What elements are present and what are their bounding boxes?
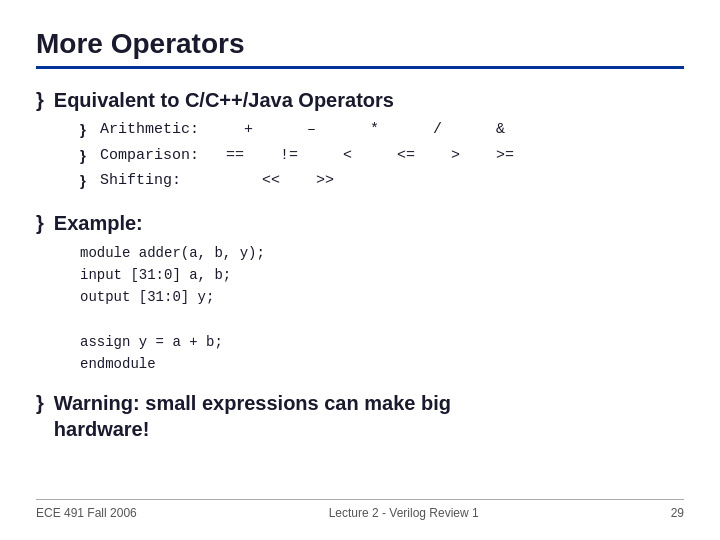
sub-bullet-symbol-3: } xyxy=(80,170,92,193)
slide-footer: ECE 491 Fall 2006 Lecture 2 - Verilog Re… xyxy=(36,499,684,520)
code-line-6: endmodule xyxy=(80,353,684,375)
sub-bullet-symbol-1: } xyxy=(80,119,92,142)
bullet-1-main: } Equivalent to C/C++/Java Operators xyxy=(36,87,684,113)
bullet-2-main: } Example: xyxy=(36,210,684,236)
bullet-3-text: Warning: small expressions can make big … xyxy=(54,390,451,442)
bullet-2-label: Example: xyxy=(54,210,143,236)
sub-bullet-symbol-2: } xyxy=(80,145,92,168)
code-line-1: module adder(a, b, y); xyxy=(80,242,684,264)
sub-bullets-1: } Arithmetic: + – * / & } Comparison: ==… xyxy=(80,119,684,193)
title-underline xyxy=(36,66,684,69)
warning-line-2: hardware! xyxy=(54,416,451,442)
sub-bullet-text-comparison: Comparison: == != < <= > >= xyxy=(100,145,514,168)
code-line-4 xyxy=(80,309,684,331)
bullet-2-symbol: } xyxy=(36,211,44,235)
sub-bullet-shifting: } Shifting: << >> xyxy=(80,170,684,193)
sub-bullet-text-arithmetic: Arithmetic: + – * / & xyxy=(100,119,505,142)
bullet-3-section: } Warning: small expressions can make bi… xyxy=(36,390,684,442)
sub-bullet-text-shifting: Shifting: << >> xyxy=(100,170,334,193)
warning-line-1: Warning: small expressions can make big xyxy=(54,390,451,416)
code-line-3: output [31:0] y; xyxy=(80,286,684,308)
footer-page: 29 xyxy=(671,506,684,520)
slide-title: More Operators xyxy=(36,28,684,60)
sub-bullet-comparison: } Comparison: == != < <= > >= xyxy=(80,145,684,168)
code-line-5: assign y = a + b; xyxy=(80,331,684,353)
bullet-1-symbol: } xyxy=(36,88,44,112)
slide: More Operators } Equivalent to C/C++/Jav… xyxy=(0,0,720,540)
bullet-3-symbol: } xyxy=(36,391,44,415)
bullet-2-section: } Example: module adder(a, b, y); input … xyxy=(36,210,684,376)
code-line-2: input [31:0] a, b; xyxy=(80,264,684,286)
sub-bullet-arithmetic: } Arithmetic: + – * / & xyxy=(80,119,684,142)
bullet-1-section: } Equivalent to C/C++/Java Operators } A… xyxy=(36,87,684,196)
bullet-1-label: Equivalent to C/C++/Java Operators xyxy=(54,87,394,113)
footer-center: Lecture 2 - Verilog Review 1 xyxy=(329,506,479,520)
footer-left: ECE 491 Fall 2006 xyxy=(36,506,137,520)
code-block: module adder(a, b, y); input [31:0] a, b… xyxy=(80,242,684,376)
